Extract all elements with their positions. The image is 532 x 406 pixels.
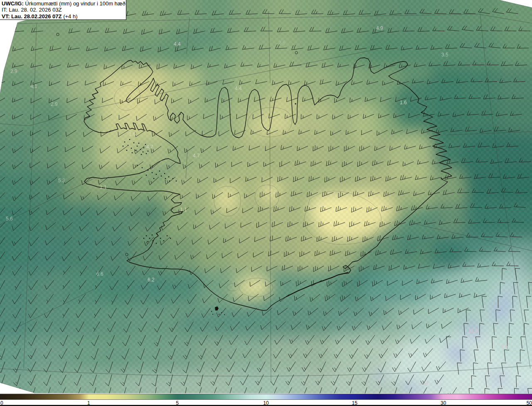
svg-text:1.6: 1.6 bbox=[129, 131, 136, 137]
svg-text:3.5: 3.5 bbox=[441, 52, 448, 58]
svg-text:5: 5 bbox=[176, 400, 179, 406]
svg-text:1.1: 1.1 bbox=[100, 184, 107, 190]
svg-text:4.4: 4.4 bbox=[235, 86, 242, 91]
svg-text:0.9: 0.9 bbox=[318, 202, 325, 208]
svg-text:6.6: 6.6 bbox=[96, 271, 103, 277]
svg-text:1.6: 1.6 bbox=[400, 100, 407, 105]
svg-text:4.9: 4.9 bbox=[376, 25, 383, 31]
svg-text:2.6: 2.6 bbox=[278, 40, 286, 46]
svg-text:1.1: 1.1 bbox=[180, 207, 187, 213]
svg-text:6.2: 6.2 bbox=[148, 277, 155, 283]
svg-text:11.4: 11.4 bbox=[419, 380, 429, 386]
svg-text:5.6: 5.6 bbox=[6, 216, 13, 222]
svg-text:0: 0 bbox=[0, 400, 3, 406]
svg-text:2.1: 2.1 bbox=[254, 284, 261, 289]
svg-text:10: 10 bbox=[263, 400, 269, 406]
svg-text:2.9: 2.9 bbox=[51, 101, 58, 107]
svg-text:11.6: 11.6 bbox=[468, 328, 478, 334]
svg-text:2.9: 2.9 bbox=[10, 68, 17, 74]
svg-text:4.1: 4.1 bbox=[30, 83, 37, 89]
svg-text:30: 30 bbox=[441, 400, 446, 406]
svg-text:15: 15 bbox=[352, 400, 358, 406]
svg-text:1.1: 1.1 bbox=[269, 189, 276, 195]
svg-text:50: 50 bbox=[527, 400, 532, 406]
svg-text:4.4: 4.4 bbox=[174, 41, 181, 47]
svg-text:8.6: 8.6 bbox=[501, 344, 508, 350]
svg-text:4.7: 4.7 bbox=[146, 144, 153, 150]
svg-text:4.7: 4.7 bbox=[193, 153, 200, 159]
svg-text:1: 1 bbox=[87, 400, 90, 406]
svg-text:5.3: 5.3 bbox=[58, 178, 65, 183]
